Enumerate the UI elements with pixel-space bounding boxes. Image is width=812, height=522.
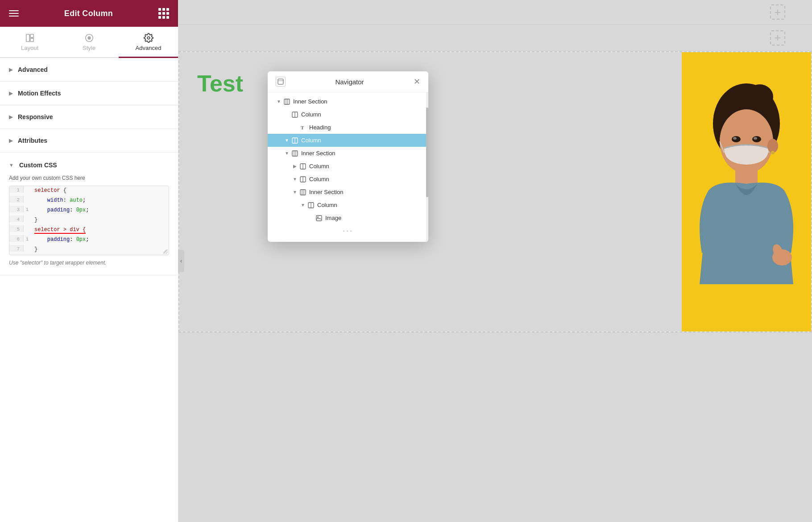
custom-css-section: ▼ Custom CSS Add your own custom CSS her… bbox=[0, 153, 178, 275]
tab-style[interactable]: Style bbox=[59, 27, 119, 58]
accordion-motion-label: Motion Effects bbox=[18, 90, 61, 97]
add-section-top-icon[interactable]: + bbox=[770, 4, 785, 20]
svg-rect-1 bbox=[30, 34, 33, 37]
svg-point-16 bbox=[732, 136, 741, 142]
accordion-advanced: ▶ Advanced bbox=[0, 58, 178, 82]
accordion-attributes-label: Attributes bbox=[18, 137, 47, 144]
canvas-bottom-section bbox=[178, 332, 812, 386]
person-photo bbox=[682, 52, 811, 331]
custom-css-hint: Add your own custom CSS here bbox=[9, 175, 169, 181]
nav-label-inner-section-3: Inner Section bbox=[309, 189, 344, 195]
navigator-tree: ▼ Inner Section Column T Hea bbox=[268, 92, 428, 242]
chevron-right-icon-3: ▶ bbox=[9, 114, 12, 120]
code-editor[interactable]: 1 selector { 2 width: auto; 3 i bbox=[9, 186, 169, 255]
chevron-right-icon-4: ▶ bbox=[9, 138, 12, 144]
nav-scrollbar-thumb[interactable] bbox=[426, 108, 428, 197]
code-line-4: 4 } bbox=[9, 215, 169, 225]
svg-point-18 bbox=[733, 137, 737, 140]
nav-column-icon-3 bbox=[300, 163, 306, 170]
tab-style-label: Style bbox=[83, 45, 95, 51]
nav-section-icon-3 bbox=[300, 189, 306, 195]
nav-label-heading-1: Heading bbox=[309, 124, 331, 131]
panel-header: Edit Column bbox=[0, 0, 178, 27]
accordion-motion-header[interactable]: ▶ Motion Effects bbox=[0, 82, 178, 105]
svg-rect-22 bbox=[278, 79, 283, 84]
left-panel: Edit Column Layout Style bbox=[0, 0, 178, 522]
accordion-sections: ▶ Advanced ▶ Motion Effects ▶ Responsive… bbox=[0, 58, 178, 522]
panel-collapse-handle[interactable]: ‹ bbox=[178, 250, 184, 272]
canvas-second-section: + bbox=[178, 25, 812, 51]
svg-text:T: T bbox=[301, 125, 304, 130]
accordion-responsive: ▶ Responsive bbox=[0, 105, 178, 129]
code-line-6: 6 i padding: 0px; bbox=[9, 235, 169, 245]
nav-more-dots: ··· bbox=[268, 224, 428, 239]
nav-chevron-icon-9: ▼ bbox=[300, 203, 306, 207]
accordion-advanced-label: Advanced bbox=[18, 66, 48, 73]
nav-scrollbar[interactable] bbox=[426, 92, 428, 242]
svg-point-7 bbox=[746, 84, 773, 109]
nav-item-image-1[interactable]: Image bbox=[268, 211, 428, 224]
nav-item-inner-section-1[interactable]: ▼ Inner Section bbox=[268, 95, 428, 108]
svg-rect-2 bbox=[30, 38, 33, 41]
navigator-header: Navigator ✕ bbox=[268, 71, 428, 92]
nav-label-column-5: Column bbox=[317, 202, 337, 208]
svg-rect-0 bbox=[26, 34, 29, 42]
hamburger-icon[interactable] bbox=[9, 10, 19, 17]
nav-label-inner-section-2: Inner Section bbox=[301, 150, 336, 157]
nav-label-column-1: Column bbox=[301, 111, 321, 118]
resize-handle[interactable] bbox=[162, 249, 168, 254]
custom-css-header[interactable]: ▼ Custom CSS bbox=[9, 162, 169, 169]
tab-layout[interactable]: Layout bbox=[0, 27, 59, 58]
navigator-title: Navigator bbox=[286, 78, 414, 86]
chevron-right-icon-2: ▶ bbox=[9, 91, 12, 96]
svg-point-4 bbox=[87, 36, 91, 39]
nav-item-heading-1[interactable]: T Heading bbox=[268, 121, 428, 134]
css-selector-hint: Use "selector" to target wrapper element… bbox=[9, 260, 169, 266]
apps-grid-icon[interactable] bbox=[158, 8, 169, 19]
nav-column-icon-2 bbox=[292, 137, 298, 144]
code-line-7: 7 } bbox=[9, 245, 169, 255]
nav-item-column-2[interactable]: ▼ Column bbox=[268, 134, 428, 147]
navigator-minimize-button[interactable] bbox=[276, 77, 286, 87]
code-line-5: 5 selector > div { bbox=[9, 225, 169, 235]
canvas-right-column[interactable] bbox=[682, 52, 811, 331]
nav-item-column-3[interactable]: ▶ Column bbox=[268, 160, 428, 173]
svg-rect-39 bbox=[300, 190, 306, 195]
accordion-attributes-header[interactable]: ▶ Attributes bbox=[0, 129, 178, 152]
nav-item-column-4[interactable]: ▼ Column bbox=[268, 173, 428, 186]
nav-item-column-5[interactable]: ▼ Column bbox=[268, 199, 428, 211]
nav-column-icon-5 bbox=[308, 202, 314, 208]
nav-image-icon bbox=[316, 215, 322, 221]
nav-label-column-3: Column bbox=[309, 163, 329, 170]
tab-advanced[interactable]: Advanced bbox=[119, 27, 178, 58]
test-text: Test bbox=[197, 70, 243, 96]
nav-item-inner-section-3[interactable]: ▼ Inner Section bbox=[268, 186, 428, 199]
code-line-1: 1 selector { bbox=[9, 186, 169, 196]
nav-chevron-icon: ▼ bbox=[276, 99, 282, 104]
svg-point-19 bbox=[754, 137, 757, 140]
nav-chevron-icon-5: ▼ bbox=[284, 151, 290, 156]
code-lines: 1 selector { 2 width: auto; 3 i bbox=[9, 186, 169, 255]
svg-point-5 bbox=[147, 37, 150, 39]
chevron-right-icon: ▶ bbox=[9, 67, 12, 73]
svg-point-45 bbox=[317, 216, 319, 218]
add-section-second-icon[interactable]: + bbox=[770, 30, 785, 46]
code-line-3: 3 i padding: 0px; bbox=[9, 206, 169, 215]
navigator-close-button[interactable]: ✕ bbox=[414, 78, 420, 86]
svg-rect-44 bbox=[316, 215, 322, 221]
nav-item-column-1[interactable]: Column bbox=[268, 108, 428, 121]
nav-section-icon bbox=[284, 99, 290, 105]
nav-chevron-icon-6: ▶ bbox=[292, 164, 298, 169]
chevron-down-icon: ▼ bbox=[9, 162, 14, 168]
panel-tabs: Layout Style Advanced bbox=[0, 27, 178, 58]
panel-title: Edit Column bbox=[64, 9, 113, 18]
nav-label-inner-section-1: Inner Section bbox=[293, 98, 327, 105]
accordion-responsive-header[interactable]: ▶ Responsive bbox=[0, 105, 178, 128]
canvas-left-column[interactable]: Test bbox=[179, 52, 682, 331]
accordion-advanced-header[interactable]: ▶ Advanced bbox=[0, 58, 178, 81]
nav-item-inner-section-2[interactable]: ▼ Inner Section bbox=[268, 147, 428, 160]
nav-label-image-1: Image bbox=[325, 215, 341, 221]
nav-chevron-icon-7: ▼ bbox=[292, 177, 298, 182]
svg-rect-24 bbox=[284, 99, 290, 104]
canvas-top-section: + bbox=[178, 0, 812, 25]
